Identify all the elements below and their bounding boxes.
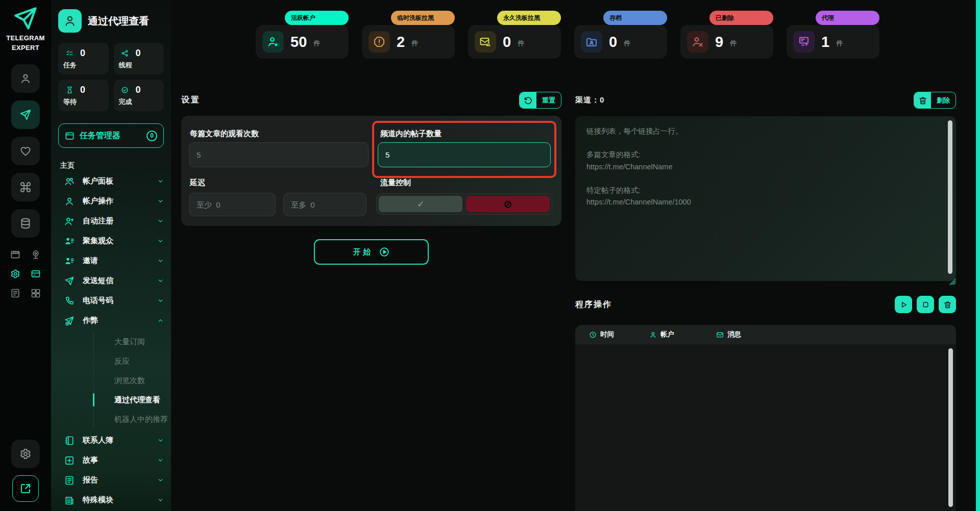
program-title: 程序操作 [575, 299, 612, 310]
start-button[interactable]: 开始 [314, 239, 429, 265]
card-unit: 件 [411, 39, 418, 48]
nav-item-accounts-panel[interactable]: 帐户面板 [51, 171, 171, 191]
log-clear-button[interactable] [939, 296, 956, 313]
rail-open-external-button[interactable] [12, 475, 39, 502]
rail-bottom [11, 440, 40, 502]
chevron-down-icon [157, 218, 164, 224]
task-manager-badge: 0 [146, 131, 157, 141]
heart-icon [19, 145, 32, 157]
card-value: 0 [609, 34, 617, 50]
submenu-item-mass-subscribe[interactable]: 大量订阅 [94, 332, 171, 351]
chevron-down-icon [157, 297, 164, 304]
chevron-down-icon [157, 497, 164, 503]
views-input[interactable] [189, 142, 369, 167]
billing-panel-icon[interactable] [30, 268, 41, 279]
user-list-icon [64, 256, 75, 266]
submenu-item-views[interactable]: 浏览次数 [94, 371, 171, 390]
webcam-icon[interactable] [30, 249, 41, 260]
traffic-allow-option[interactable]: ✓ [379, 196, 462, 212]
counter-label: 完成 [119, 97, 159, 107]
delay-max-input[interactable] [283, 193, 366, 216]
counter-threads: 0 线程 [114, 43, 164, 74]
nav-item-reports[interactable]: 报告 [51, 470, 171, 490]
sidebar-header: 通过代理查看 [51, 0, 171, 36]
card-deleted: 已删除 9件 [680, 25, 773, 59]
counter-done: 0 完成 [114, 80, 164, 111]
reset-button[interactable]: 重置 [519, 92, 561, 109]
delay-min-input[interactable] [189, 193, 276, 216]
nav-label: 邀请 [83, 256, 98, 266]
column-message: 消息 [716, 330, 741, 339]
nav-item-invite[interactable]: 邀请 [51, 251, 171, 271]
card-perm-blocked: 永久洗板拉黑 0件 [468, 25, 561, 59]
chevron-down-icon [157, 277, 164, 284]
nav-item-contacts-book[interactable]: 联系人簿 [51, 430, 171, 450]
icon-rail: TELEGRAM EXPERT [0, 0, 51, 511]
nav-item-gather-audience[interactable]: 聚集观众 [51, 231, 171, 251]
counter-waiting: 0 等待 [58, 80, 109, 111]
nav-label: 联系人簿 [83, 436, 113, 445]
settings-card: 每篇文章的观看次数 频道内的帖子数量 延迟 流量控制 ✓ ⊘ [181, 116, 561, 226]
page-scrollbar[interactable] [976, 0, 980, 511]
resize-grip-icon[interactable] [949, 278, 957, 286]
delete-label: 删除 [931, 92, 955, 108]
nav-item-special-modules[interactable]: 特殊模块 [51, 490, 171, 510]
submenu-item-bot-referrals[interactable]: 机器人中的推荐 [94, 410, 171, 429]
textarea-scrollbar[interactable] [948, 120, 952, 274]
card-value: 9 [715, 34, 723, 50]
user-list-icon [64, 236, 75, 246]
reset-icon [520, 92, 536, 108]
chevron-down-icon [157, 437, 164, 444]
delete-button[interactable]: 删除 [914, 92, 956, 109]
nav-item-send-sms[interactable]: 发送短信 [51, 271, 171, 291]
posts-label: 频道内的帖子数量 [380, 129, 442, 139]
cheat-submenu: 大量订阅 反应 浏览次数 通过代理查看 机器人中的推荐 [93, 332, 171, 429]
task-manager-label: 任务管理器 [80, 131, 120, 141]
nav-item-phone-numbers[interactable]: 电话号码 [51, 291, 171, 311]
rail-settings-button[interactable] [11, 440, 40, 468]
telegram-plane-icon [12, 5, 39, 32]
nav-home-label[interactable]: 主页 [60, 161, 171, 170]
counter-value: 0 [80, 85, 85, 95]
counter-label: 线程 [119, 61, 159, 70]
clock-icon [589, 331, 597, 339]
modules-grid-icon[interactable] [30, 288, 41, 299]
rail-favorites-button[interactable] [11, 137, 40, 165]
nav-item-auto-register[interactable]: 自动注册 [51, 211, 171, 231]
app-screen: TELEGRAM EXPERT [0, 0, 980, 511]
card-value: 1 [821, 34, 829, 50]
log-stop-button[interactable] [917, 296, 934, 313]
posts-input[interactable] [378, 142, 551, 167]
status-badge: 活跃帐户 [285, 11, 349, 25]
gear-icon[interactable] [10, 268, 21, 279]
log-table: 时间 帐户 消息 [575, 325, 956, 511]
task-manager-button[interactable]: 任务管理器 0 [58, 123, 164, 148]
rail-commands-button[interactable] [11, 173, 40, 201]
log-play-button[interactable] [895, 296, 912, 313]
notebook-icon [64, 436, 75, 446]
traffic-block-option[interactable]: ⊘ [466, 196, 550, 212]
nav-item-cheat[interactable]: 作弊 [51, 311, 171, 330]
film-icon[interactable] [10, 249, 21, 260]
submenu-item-view-via-proxy[interactable]: 通过代理查看 [94, 390, 171, 410]
settings-title: 设置 [181, 95, 201, 106]
card-unit: 件 [518, 39, 524, 48]
send-icon [19, 109, 32, 121]
user-icon [649, 331, 657, 339]
notes-icon[interactable] [10, 288, 21, 299]
channels-counter: 渠道：0 [575, 95, 604, 105]
rail-database-button[interactable] [11, 209, 40, 238]
user-icon [63, 14, 77, 28]
start-label: 开始 [353, 247, 374, 257]
nav-item-stories[interactable]: 故事 [51, 450, 171, 470]
chevron-down-icon [157, 178, 164, 185]
submenu-item-reactions[interactable]: 反应 [94, 351, 171, 371]
channel-links-textarea[interactable] [575, 116, 956, 281]
send-icon [64, 276, 75, 286]
card-unit: 件 [730, 39, 737, 48]
rail-sender-button[interactable] [11, 100, 40, 129]
rail-accounts-button[interactable] [11, 64, 40, 93]
log-table-scrollbar[interactable] [948, 348, 953, 507]
newspaper-icon [64, 495, 75, 505]
nav-item-account-actions[interactable]: 帐户操作 [51, 191, 171, 211]
